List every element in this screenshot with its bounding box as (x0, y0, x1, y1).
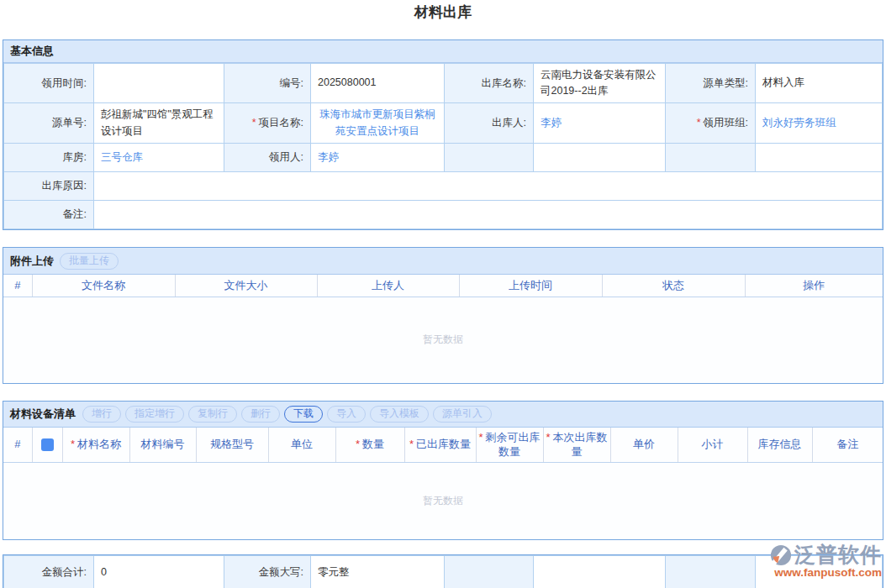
copy-row-button[interactable]: 复制行 (188, 406, 237, 423)
outbound-name-label: 出库名称: (445, 64, 534, 103)
outbound-name-value: 云南电力设备安装有限公司2019--2出库 (534, 64, 666, 103)
amount-in-words-value: 零元整 (311, 556, 445, 588)
remarks-value[interactable] (94, 201, 883, 229)
summary-section: 金额合计: 0 金额大写: 零元整 (3, 554, 883, 588)
requisition-team-label: *领用班组: (666, 103, 756, 144)
col-actions: 操作 (745, 275, 883, 297)
col-uploader: 上传人 (317, 275, 459, 297)
basic-info-section: 基本信息 领用时间: 编号: 2025080001 出库名称: 云南电力设备安装… (3, 39, 883, 230)
required-mark: * (252, 117, 256, 129)
attachments-section: 附件上传 批量上传 # 文件名称 文件大小 上传人 上传时间 状态 操作 暂无数… (3, 247, 883, 384)
col-upload-time: 上传时间 (459, 275, 602, 297)
fanpu-logo-icon (770, 544, 792, 566)
total-amount-value: 0 (94, 556, 224, 588)
source-doc-type-value: 材料入库 (756, 64, 883, 103)
col-file-name: 文件名称 (32, 275, 175, 297)
fanpu-logo-name: 泛普软件 (794, 541, 882, 569)
add-row-button[interactable]: 增行 (82, 406, 121, 423)
col-issued-quantity: *已出库数量 (404, 428, 476, 463)
attachments-header: 附件上传 批量上传 (3, 248, 883, 275)
remarks-label: 备注: (4, 201, 94, 229)
import-template-button[interactable]: 导入模板 (370, 406, 429, 423)
source-doc-import-button[interactable]: 源单引入 (433, 406, 492, 423)
empty-label-cell (445, 556, 534, 588)
materials-table-header: # *材料名称 材料编号 规格型号 单位 *数量 *已出库数量 *剩余可出库数量… (3, 428, 883, 464)
source-doc-no-value: 彭祖新城"四馆"景观工程设计项目 (94, 103, 224, 144)
col-file-size: 文件大小 (175, 275, 317, 297)
basic-info-title: 基本信息 (10, 44, 54, 59)
basic-info-header: 基本信息 (3, 40, 883, 63)
total-amount-label: 金额合计: (4, 556, 94, 588)
col-index: # (3, 428, 32, 463)
empty-label-cell (666, 556, 756, 588)
required-mark: * (697, 117, 701, 129)
attachments-table-header: # 文件名称 文件大小 上传人 上传时间 状态 操作 (3, 275, 883, 297)
col-material-code: 材料编号 (129, 428, 196, 463)
empty-value-cell (534, 556, 666, 588)
materials-header: 材料设备清单 增行 指定增行 复制行 删行 下载 导入 导入模板 源单引入 (3, 402, 883, 428)
outbound-reason-value[interactable] (94, 172, 883, 201)
col-remark: 备注 (812, 428, 883, 463)
empty-value-cell (756, 144, 883, 172)
fanpu-logo-url: www.fanpusoft.com (770, 566, 882, 579)
col-status: 状态 (602, 275, 745, 297)
materials-section: 材料设备清单 增行 指定增行 复制行 删行 下载 导入 导入模板 源单引入 # (3, 401, 883, 541)
attachments-title: 附件上传 (10, 254, 54, 269)
col-select-all (32, 428, 62, 463)
col-quantity: *数量 (335, 428, 404, 463)
doc-number-value: 2025080001 (311, 64, 445, 103)
col-stock-info: 库存信息 (747, 428, 812, 463)
warehouse-label: 库房: (4, 144, 94, 172)
empty-value-cell (534, 144, 666, 172)
requisition-time-value[interactable] (94, 64, 224, 103)
col-subtotal: 小计 (678, 428, 747, 463)
basic-info-table: 领用时间: 编号: 2025080001 出库名称: 云南电力设备安装有限公司2… (3, 63, 883, 229)
materials-empty-state: 暂无数据 (3, 463, 883, 539)
requisition-time-label: 领用时间: (4, 64, 94, 103)
project-name-label: *项目名称: (224, 103, 311, 144)
download-button[interactable]: 下载 (284, 406, 323, 423)
col-material-name: *材料名称 (62, 428, 129, 463)
insert-row-button[interactable]: 指定增行 (125, 406, 184, 423)
requisition-person-link[interactable]: 李婷 (318, 151, 339, 163)
doc-number-label: 编号: (224, 64, 311, 103)
empty-label-cell (666, 144, 756, 172)
project-name-link[interactable]: 珠海市城市更新项目紫桐苑安置点设计项目 (319, 108, 435, 136)
outbound-person-link[interactable]: 李婷 (541, 117, 562, 129)
amount-in-words-label: 金额大写: (224, 556, 311, 588)
import-button[interactable]: 导入 (327, 406, 366, 423)
col-spec-model: 规格型号 (196, 428, 268, 463)
attachments-empty-state: 暂无数据 (3, 297, 883, 383)
col-remaining-quantity: *剩余可出库数量 (476, 428, 543, 463)
page-title: 材料出库 (3, 3, 883, 22)
requisition-team-link[interactable]: 刘永好劳务班组 (762, 117, 836, 129)
empty-label-cell (445, 144, 534, 172)
col-unit-price: 单价 (610, 428, 678, 463)
select-all-checkbox[interactable] (41, 438, 54, 451)
batch-upload-button[interactable]: 批量上传 (60, 253, 119, 270)
outbound-person-label: 出库人: (445, 103, 534, 144)
col-index: # (3, 275, 32, 297)
col-current-issue-quantity: *本次出库数量 (543, 428, 610, 463)
col-unit: 单位 (268, 428, 335, 463)
fanpu-logo: 泛普软件 www.fanpusoft.com (770, 541, 882, 579)
warehouse-link[interactable]: 三号仓库 (101, 151, 143, 163)
source-doc-type-label: 源单类型: (666, 64, 756, 103)
outbound-reason-label: 出库原因: (4, 172, 94, 201)
materials-title: 材料设备清单 (10, 407, 76, 422)
delete-row-button[interactable]: 删行 (241, 406, 280, 423)
requisition-person-label: 领用人: (224, 144, 311, 172)
summary-table: 金额合计: 0 金额大写: 零元整 (3, 555, 883, 588)
source-doc-no-label: 源单号: (4, 103, 94, 144)
